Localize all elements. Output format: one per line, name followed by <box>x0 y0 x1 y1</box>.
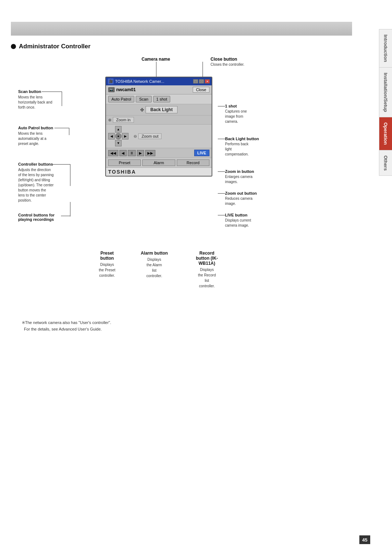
zoom-in-icon: ⊕ <box>108 118 111 122</box>
camera-name-bar: 📷 nwcam01 Close <box>106 85 212 94</box>
auto-patrol-line-v <box>69 128 69 135</box>
main-content: Administrator Controller Camera name Clo… <box>11 22 370 260</box>
live-btn[interactable]: LIVE <box>194 150 209 156</box>
titlebar-max-btn[interactable]: □ <box>199 79 204 84</box>
sidebar-tab-others[interactable]: Others <box>379 150 392 176</box>
pause-btn[interactable]: ⏸ <box>128 150 136 156</box>
zoom-out-container: ⊖ Zoom out <box>134 133 162 139</box>
zoom-in-button-desc: Enlarges cameraimages. <box>225 174 254 185</box>
dpad-right[interactable]: ▶ <box>122 133 128 139</box>
rew2-btn[interactable]: ◀◀ <box>108 150 118 156</box>
control-line-h <box>61 216 70 216</box>
controller-buttons-desc: Adjusts the directionof the lens by pann… <box>18 167 54 203</box>
section-title: Administrator Controller <box>11 43 370 50</box>
close-camera-button[interactable]: Close <box>193 87 209 93</box>
backlight-label[interactable]: Back Light <box>146 106 177 113</box>
zoom-in-button-label: Zoom in button <box>225 169 254 174</box>
zoom-out-button-desc: Reduces cameraimage. <box>225 196 257 206</box>
preset-title: Presetbutton <box>100 251 114 261</box>
one-shot-anno: 1 shot Captures oneimage fromcamera. <box>225 104 247 124</box>
control-buttons-label: Control buttons for <box>18 213 54 217</box>
auto-patrol-label: Auto Patrol button <box>18 126 53 130</box>
scan-line-v <box>62 92 62 106</box>
scan-button-desc: Moves the lenshorizontally back andforth… <box>18 95 52 110</box>
dpad-down[interactable]: ▼ <box>115 140 122 146</box>
camera-titlebar: 🎥 TOSHIBA Network Camer... – □ ✕ <box>106 77 212 85</box>
toshiba-logo: TOSHIBA <box>106 167 212 176</box>
alarm-button-col: Alarm button Displaysthe Alarmlistcontro… <box>131 251 178 289</box>
page-number: 45 <box>359 535 370 544</box>
controller-line-v <box>70 164 70 186</box>
zoom-out-label[interactable]: Zoom out <box>138 133 162 139</box>
header-bar <box>11 22 352 36</box>
controller-buttons-anno: Controller buttons Adjusts the direction… <box>18 162 54 203</box>
scan-btn[interactable]: Scan <box>136 96 151 102</box>
dpad-left[interactable]: ◀ <box>108 133 115 139</box>
auto-patrol-desc: Moves the lensautomatically at apreset a… <box>18 131 53 146</box>
rew-btn[interactable]: ◀ <box>119 150 127 156</box>
zoom-out-icon: ⊖ <box>134 134 137 139</box>
fwd-btn[interactable]: ▶ <box>137 150 144 156</box>
dpad-up[interactable]: ▲ <box>115 126 122 133</box>
controller-buttons-label: Controller buttons <box>18 162 54 166</box>
record-title: Recordbutton (IK-WB11A) <box>196 251 218 266</box>
zoom-out-line-h <box>218 193 225 194</box>
zoom-out-button-anno: Zoom out button Reduces cameraimage. <box>225 191 257 206</box>
backlight-button-desc: Performs backlightcompensation. <box>225 142 259 157</box>
bottom-labels-container: Presetbutton Displaysthe Presetcontrolle… <box>83 251 236 289</box>
zoom-in-line-h <box>218 171 225 172</box>
titlebar-controls: – □ ✕ <box>193 79 210 84</box>
titlebar-close-btn[interactable]: ✕ <box>205 79 210 84</box>
auto-patrol-anno: Auto Patrol button Moves the lensautomat… <box>18 126 53 146</box>
scan-line-h <box>42 92 62 92</box>
note-body: The network camera also has "User's cont… <box>22 320 111 331</box>
section-title-text: Administrator Controller <box>19 43 90 50</box>
one-shot-line-h <box>218 106 225 106</box>
preset-button-col: Presetbutton Displaysthe Presetcontrolle… <box>83 251 131 289</box>
sidebar-tab-introduction[interactable]: Introduction <box>379 29 392 68</box>
zoom-out-button-label: Zoom out button <box>225 191 257 195</box>
live-button-anno: LIVE button Displays currentcamera image… <box>225 213 251 228</box>
record-desc: Displaysthe Recordlistcontroller. <box>198 267 216 289</box>
live-line-h <box>218 215 225 215</box>
camera-top-buttons: Auto Patrol Scan 1 shot <box>106 94 212 104</box>
control-buttons-anno: Control buttons for playing recordings <box>18 213 54 222</box>
backlight-button-label: Back Light button <box>225 137 259 141</box>
alarm-btn[interactable]: Alarm <box>142 159 175 166</box>
backlight-row: ✤ Back Light <box>106 104 212 115</box>
note-symbol: ※ <box>22 320 25 325</box>
titlebar-left: 🎥 TOSHIBA Network Camer... <box>108 78 164 84</box>
live-button-label: LIVE button <box>225 213 251 217</box>
control-line-v <box>70 202 70 216</box>
record-btn[interactable]: Record <box>177 159 209 166</box>
anno-close-button-label: Close button <box>211 57 237 62</box>
backlight-icon: ✤ <box>140 107 144 113</box>
scan-button-anno: Scan button Moves the lenshorizontally b… <box>18 89 52 110</box>
auto-patrol-line-h <box>54 128 69 128</box>
auto-patrol-btn[interactable]: Auto Patrol <box>108 96 134 102</box>
sidebar-tab-operation[interactable]: Operation <box>379 117 392 150</box>
playback-row: ◀◀ ◀ ⏸ ▶ ▶▶ LIVE <box>106 148 212 158</box>
alarm-desc: Displaysthe Alarmlistcontroller. <box>146 257 162 279</box>
preset-btn[interactable]: Preset <box>108 159 141 166</box>
zoom-in-row: ⊕ Zoom in <box>106 115 212 124</box>
alarm-title: Alarm button <box>141 251 168 256</box>
camera-name-text: 📷 nwcam01 <box>108 87 136 92</box>
control-buttons-label2: playing recordings <box>18 217 54 222</box>
sidebar-tab-installation[interactable]: Installation/Setup <box>379 68 392 117</box>
one-shot-desc: Captures oneimage fromcamera. <box>225 109 247 124</box>
titlebar-min-btn[interactable]: – <box>193 79 198 84</box>
zoom-in-label[interactable]: Zoom in <box>113 117 134 123</box>
controller-row: ▲ ◀ ● ▶ ▼ ⊖ Zoom out <box>106 124 212 148</box>
bullet-icon <box>11 44 16 49</box>
one-shot-btn[interactable]: 1 shot <box>153 96 171 102</box>
zoom-out-inline: ⊖ Zoom out <box>134 133 162 139</box>
dpad-center[interactable]: ● <box>115 133 122 139</box>
titlebar-app-icon: 🎥 <box>108 78 114 84</box>
diagram-container: Camera name Close button Closes the cont… <box>18 57 345 260</box>
zoom-in-button-anno: Zoom in button Enlarges cameraimages. <box>225 169 254 185</box>
backlight-line-h <box>218 139 225 139</box>
fwd2-btn[interactable]: ▶▶ <box>145 150 155 156</box>
anno-close-button-desc: Closes the controller. <box>211 62 244 66</box>
controller-line-h <box>53 164 70 165</box>
